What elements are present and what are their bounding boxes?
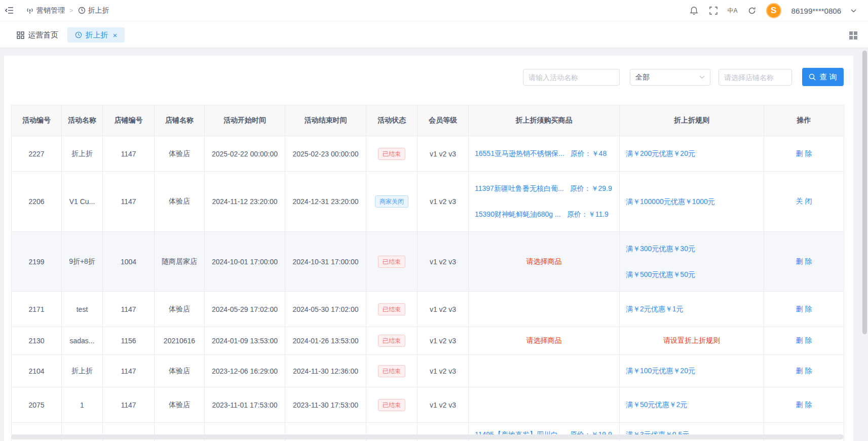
delete-link[interactable]: 删 除 — [796, 305, 812, 313]
fullscreen-icon[interactable] — [708, 6, 719, 16]
avatar-letter: S — [771, 6, 776, 16]
chevron-down-icon[interactable] — [850, 6, 856, 16]
close-link[interactable]: 关 闭 — [796, 197, 812, 205]
status-select[interactable]: 全部 — [630, 69, 710, 86]
column-header-8: 折上折须购买商品 — [469, 105, 620, 136]
table-row: 2104折上折1147体验店2023-12-06 16:29:002024-11… — [12, 355, 844, 387]
delete-link[interactable]: 删 除 — [796, 257, 812, 265]
search-button[interactable]: 查 询 — [802, 68, 844, 86]
cell-status: 已结束 — [366, 232, 418, 292]
clock-icon — [78, 7, 86, 14]
broadcast-icon — [26, 7, 34, 14]
column-header-0: 活动编号 — [12, 105, 62, 136]
cell-start-time: 2024-10-01 17:00:00 — [205, 232, 285, 292]
tab-home-label: 运营首页 — [28, 30, 58, 40]
tab-options-grid-icon[interactable] — [849, 31, 857, 39]
status-badge: 已结束 — [378, 335, 405, 347]
cell-rules: 满￥100000元优惠￥1000元 — [620, 172, 764, 232]
delete-link[interactable]: 删 除 — [796, 400, 812, 409]
user-name[interactable]: 86199****0806 — [791, 7, 841, 15]
cell-products: 请选择商品 — [469, 232, 620, 292]
tab-close-icon[interactable]: × — [113, 31, 118, 39]
cell-member-levels: v1 v2 v3 — [418, 172, 469, 232]
shop-name-input[interactable] — [719, 69, 792, 86]
cell-rules: 满￥100元优惠￥20元 — [620, 355, 764, 387]
cell-activity-id: 2130 — [12, 327, 62, 355]
cell-start-time: 2023-11-01 17:53:00 — [205, 387, 285, 423]
cell-products — [469, 387, 620, 423]
cell-activity-id: 2227 — [12, 136, 62, 172]
translate-icon[interactable]: 中A — [728, 6, 738, 16]
cell-rules: 满￥2元优惠￥1元 — [620, 292, 764, 327]
cell-shop-name: 体验店 — [155, 136, 205, 172]
cell-action: 删 除 — [764, 355, 844, 387]
delete-link[interactable]: 删 除 — [796, 336, 812, 344]
cell-products — [469, 292, 620, 327]
horizontal-scrollbar[interactable] — [11, 434, 844, 439]
product-original-price: 原价：￥48 — [571, 149, 607, 157]
column-header-10: 操作 — [764, 105, 844, 136]
column-header-1: 活动名称 — [62, 105, 103, 136]
content-card: 全部 查 询 — [4, 56, 853, 441]
cell-activity-name: 折上折 — [62, 355, 103, 387]
cell-activity-name: V1 Cu... — [62, 172, 103, 232]
product-original-price: 原价：￥29.9 — [570, 184, 612, 192]
cell-rules: 满￥50元优惠￥2元 — [620, 387, 764, 423]
product-link[interactable]: 16551亚马逊热销不锈钢保... — [475, 149, 564, 157]
top-header: 营销管理 > 折上折 — [0, 0, 868, 21]
avatar[interactable]: S — [766, 3, 781, 18]
page-background: 全部 查 询 — [0, 48, 868, 441]
dashboard-grid-icon — [17, 31, 24, 39]
cell-activity-name: 1 — [62, 387, 103, 423]
cell-shop-id: 1147 — [103, 355, 155, 387]
product-original-price: 原价：￥11.9 — [567, 210, 609, 218]
table-row: 2130sadas...1156202106162024-01-09 13:53… — [12, 327, 844, 355]
cell-activity-name: test — [62, 292, 103, 327]
breadcrumb-section[interactable]: 营销管理 — [26, 6, 65, 15]
activities-table: 活动编号活动名称店铺编号店铺名称活动开始时间活动结束时间活动状态会员等级折上折须… — [11, 105, 844, 441]
cell-end-time: 2023-11-30 17:53:00 — [285, 387, 366, 423]
cell-status: 已结束 — [366, 136, 418, 172]
collapse-sidebar-icon[interactable] — [5, 7, 14, 14]
product-link[interactable]: 15390财神蚝鲜蚝油680g ... — [475, 210, 561, 218]
status-badge: 已结束 — [378, 256, 405, 268]
breadcrumb: 营销管理 > 折上折 — [26, 6, 109, 15]
cell-end-time: 2025-02-23 00:00:00 — [285, 136, 366, 172]
cell-status: 已结束 — [366, 292, 418, 327]
cell-rules: 满￥200元优惠￥20元 — [620, 136, 764, 172]
refresh-icon[interactable] — [747, 6, 757, 16]
rule-text: 满￥500元优惠￥50元 — [626, 270, 695, 278]
cell-member-levels: v1 v2 v3 — [418, 136, 469, 172]
cell-activity-id: 2199 — [12, 232, 62, 292]
cell-shop-name: 体验店 — [155, 172, 205, 232]
cell-member-levels: v1 v2 v3 — [418, 292, 469, 327]
select-product-warning: 请选择商品 — [469, 257, 619, 266]
cell-shop-name: 随商居家店 — [155, 232, 205, 292]
table-row: 207511147体验店2023-11-01 17:53:002023-11-3… — [12, 387, 844, 423]
chevron-down-icon — [699, 75, 705, 79]
cell-member-levels: v1 v2 v3 — [418, 355, 469, 387]
table-row: 2171test1147体验店2024-05-29 17:02:002024-0… — [12, 292, 844, 327]
product-link[interactable]: 11397新疆吐鲁番无核白葡... — [475, 184, 564, 192]
status-badge: 已结束 — [378, 303, 405, 315]
tab-zheshangzhe-active[interactable]: 折上折 × — [67, 27, 125, 43]
delete-link[interactable]: 删 除 — [796, 149, 812, 157]
cell-action: 删 除 — [764, 136, 844, 172]
vertical-scrollbar[interactable] — [862, 51, 867, 334]
column-header-6: 活动状态 — [366, 105, 418, 136]
cell-action: 删 除 — [764, 387, 844, 423]
cell-start-time: 2023-12-06 16:29:00 — [205, 355, 285, 387]
column-header-7: 会员等级 — [418, 105, 469, 136]
rule-text: 满￥50元优惠￥2元 — [626, 400, 687, 409]
cell-activity-id: 2171 — [12, 292, 62, 327]
select-product-warning: 请选择商品 — [469, 336, 619, 345]
bell-icon[interactable] — [689, 6, 699, 16]
cell-shop-id: 1147 — [103, 172, 155, 232]
activity-name-input[interactable] — [523, 69, 620, 86]
search-icon — [809, 73, 816, 81]
rule-text: 满￥100元优惠￥20元 — [626, 367, 695, 375]
cell-activity-name: 9折+8折 — [62, 232, 103, 292]
delete-link[interactable]: 删 除 — [796, 367, 812, 375]
tab-operation-home[interactable]: 运营首页 — [17, 27, 58, 43]
cell-action: 关 闭 — [764, 172, 844, 232]
